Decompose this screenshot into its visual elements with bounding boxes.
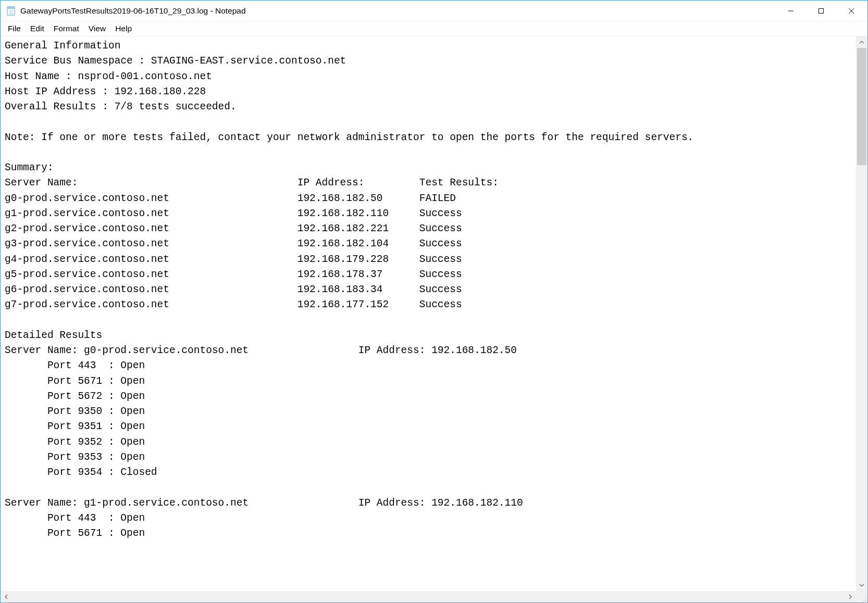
vertical-scrollbar[interactable] [856, 36, 867, 591]
close-button[interactable] [836, 1, 866, 21]
titlebar[interactable]: GatewayPortsTestResults2019-06-16T10_29_… [1, 1, 867, 21]
svg-point-9 [865, 600, 866, 601]
menu-format[interactable]: Format [49, 23, 83, 34]
minimize-button[interactable] [776, 1, 806, 21]
horizontal-scrollbar[interactable] [1, 591, 867, 602]
menu-edit[interactable]: Edit [26, 23, 48, 34]
hscroll-track[interactable] [12, 591, 845, 602]
scroll-left-icon[interactable] [1, 591, 12, 602]
menu-file[interactable]: File [4, 23, 25, 34]
resize-grip[interactable] [856, 591, 867, 602]
scroll-track[interactable] [856, 48, 867, 580]
window-title: GatewayPortsTestResults2019-06-16T10_29_… [20, 6, 246, 16]
notepad-icon [6, 6, 16, 16]
scroll-up-icon[interactable] [856, 36, 867, 48]
scroll-thumb[interactable] [857, 48, 866, 165]
text-area[interactable]: General Information Service Bus Namespac… [1, 36, 856, 591]
svg-point-11 [865, 598, 866, 599]
menubar: File Edit Format View Help [1, 21, 867, 36]
svg-rect-6 [819, 8, 824, 13]
svg-rect-1 [7, 7, 15, 9]
menu-help[interactable]: Help [111, 23, 136, 34]
svg-point-10 [863, 600, 864, 601]
maximize-button[interactable] [806, 1, 836, 21]
menu-view[interactable]: View [84, 23, 110, 34]
scroll-down-icon[interactable] [856, 580, 867, 591]
scroll-right-icon[interactable] [845, 591, 856, 602]
